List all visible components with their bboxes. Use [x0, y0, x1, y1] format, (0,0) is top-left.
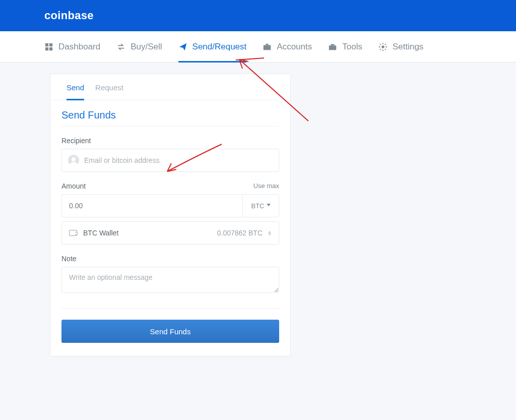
person-icon	[68, 155, 79, 166]
topbar: coinbase	[0, 0, 516, 31]
nav-tools[interactable]: Tools	[328, 31, 362, 63]
tab-request[interactable]: Request	[95, 83, 123, 100]
svg-rect-6	[329, 45, 336, 50]
swap-icon	[116, 42, 125, 51]
recipient-label: Recipient	[61, 137, 279, 145]
main-nav: Dashboard Buy/Sell Send/Request Accounts…	[0, 31, 516, 63]
nav-label: Buy/Sell	[131, 42, 162, 52]
card-body: Send Funds Recipient Amount Use max BTC …	[50, 100, 290, 356]
wallet-select[interactable]: BTC Wallet 0.007862 BTC	[61, 221, 279, 245]
amount-label: Amount	[61, 182, 86, 190]
currency-select[interactable]: BTC	[242, 195, 279, 217]
amount-label-row: Amount Use max	[61, 182, 279, 190]
nav-label: Send/Request	[192, 42, 247, 52]
svg-rect-7	[331, 44, 335, 45]
nav-settings[interactable]: Settings	[378, 31, 423, 63]
gear-icon	[378, 42, 388, 51]
send-funds-button[interactable]: Send Funds	[61, 320, 279, 343]
nav-buy-sell[interactable]: Buy/Sell	[116, 31, 162, 63]
amount-input[interactable]	[62, 195, 242, 217]
amount-group: BTC	[61, 194, 279, 217]
brand-logo[interactable]: coinbase	[44, 9, 94, 22]
nav-accounts[interactable]: Accounts	[263, 31, 312, 63]
briefcase-icon	[263, 42, 272, 51]
svg-point-8	[381, 45, 384, 48]
svg-rect-4	[264, 45, 271, 50]
recipient-input-row[interactable]	[61, 149, 279, 172]
section-title: Send Funds	[61, 109, 279, 127]
svg-rect-5	[266, 43, 269, 45]
nav-send-request[interactable]: Send/Request	[178, 31, 247, 63]
dashboard-icon	[44, 42, 53, 51]
wallet-balance: 0.007862 BTC	[217, 229, 263, 237]
use-max-link[interactable]: Use max	[253, 182, 279, 190]
nav-label: Dashboard	[58, 42, 100, 52]
toolbox-icon	[328, 42, 337, 51]
paper-plane-icon	[178, 42, 187, 51]
send-card: Send Request Send Funds Recipient Amount…	[50, 74, 291, 356]
nav-label: Accounts	[277, 42, 312, 52]
svg-rect-3	[49, 47, 52, 50]
svg-rect-2	[45, 47, 48, 50]
wallet-icon	[69, 230, 77, 236]
nav-dashboard[interactable]: Dashboard	[44, 31, 100, 63]
note-label: Note	[61, 255, 279, 263]
divider	[61, 308, 279, 309]
card-tabs: Send Request	[50, 74, 290, 100]
svg-rect-1	[49, 43, 52, 46]
currency-label: BTC	[251, 202, 265, 210]
tab-send[interactable]: Send	[67, 83, 84, 100]
wallet-name: BTC Wallet	[83, 229, 118, 237]
caret-down-icon	[267, 204, 271, 206]
nav-label: Settings	[393, 42, 423, 52]
svg-rect-0	[45, 43, 48, 46]
up-down-icon	[268, 231, 272, 235]
recipient-input[interactable]	[84, 156, 273, 164]
note-input[interactable]	[61, 267, 279, 293]
nav-label: Tools	[342, 42, 362, 52]
